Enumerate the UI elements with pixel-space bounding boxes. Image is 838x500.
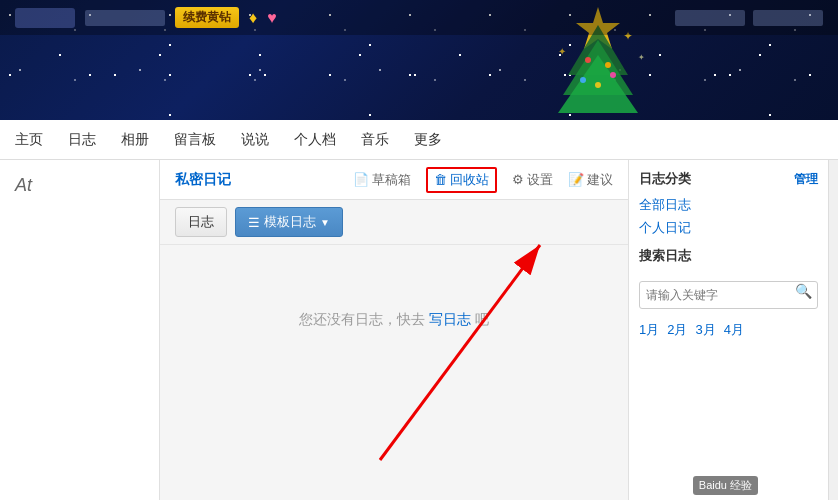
- nav-music[interactable]: 音乐: [361, 131, 389, 149]
- month-2[interactable]: 2月: [667, 321, 687, 339]
- center-content: 私密日记 📄 草稿箱 🗑 回收站 ⚙ 设置 📝 建议: [160, 160, 628, 500]
- recycle-icon: 🗑: [434, 172, 447, 187]
- username-display: [85, 10, 165, 26]
- nav-more[interactable]: 更多: [414, 131, 442, 149]
- search-diary-header: 搜索日志: [639, 247, 818, 265]
- empty-state: 您还没有日志，快去 写日志 吧: [160, 245, 628, 395]
- svg-text:✦: ✦: [558, 46, 566, 57]
- scrollbar[interactable]: [828, 160, 838, 500]
- svg-point-5: [605, 62, 611, 68]
- renew-button[interactable]: 续费黄钻: [175, 7, 239, 28]
- banner-right-box-2: [753, 10, 823, 26]
- recycle-bin-button[interactable]: 🗑 回收站: [426, 167, 497, 193]
- month-3[interactable]: 3月: [695, 321, 715, 339]
- month-4[interactable]: 4月: [724, 321, 744, 339]
- month-1[interactable]: 1月: [639, 321, 659, 339]
- header-actions: 📄 草稿箱 🗑 回收站 ⚙ 设置 📝 建议: [353, 167, 613, 193]
- section-title: 私密日记: [175, 171, 231, 189]
- nav-bar: 主页 日志 相册 留言板 说说 个人档 音乐 更多: [0, 120, 838, 160]
- nav-shuoshuo[interactable]: 说说: [241, 131, 269, 149]
- write-diary-link[interactable]: 写日志: [429, 311, 471, 327]
- search-wrapper: 🔍: [639, 273, 818, 309]
- right-sidebar: 日志分类 管理 全部日志 个人日记 搜索日志 🔍 1月 2月 3月 4月: [628, 160, 828, 500]
- suggestion-link[interactable]: 📝 建议: [568, 171, 613, 189]
- settings-link[interactable]: ⚙ 设置: [512, 171, 553, 189]
- all-diary-link[interactable]: 全部日志: [639, 196, 818, 214]
- banner: ✦ ✦ ✦ 续费黄钻 ♦ ♥: [0, 0, 838, 120]
- template-diary-button[interactable]: ☰ 模板日志 ▼: [235, 207, 343, 237]
- write-diary-button[interactable]: 日志: [175, 207, 227, 237]
- personal-diary-link[interactable]: 个人日记: [639, 219, 818, 237]
- banner-right-box-1: [675, 10, 745, 26]
- banner-top-bar: 续费黄钻 ♦ ♥: [0, 0, 838, 35]
- user-avatar: [15, 8, 75, 28]
- toolbar-row: 日志 ☰ 模板日志 ▼: [160, 200, 628, 245]
- search-input[interactable]: [639, 281, 818, 309]
- settings-icon: ⚙: [512, 172, 524, 187]
- svg-point-7: [610, 72, 616, 78]
- section-header: 私密日记 📄 草稿箱 🗑 回收站 ⚙ 设置 📝 建议: [160, 160, 628, 200]
- nav-album[interactable]: 相册: [121, 131, 149, 149]
- manage-link[interactable]: 管理: [794, 171, 818, 188]
- at-text: At: [0, 160, 159, 211]
- svg-point-8: [595, 82, 601, 88]
- dropdown-arrow-icon: ▼: [320, 217, 330, 228]
- nav-guestbook[interactable]: 留言板: [174, 131, 216, 149]
- main-content: At 私密日记 📄 草稿箱 🗑 回收站 ⚙ 设置 📝: [0, 160, 838, 500]
- svg-text:✦: ✦: [638, 53, 645, 62]
- diary-category-header: 日志分类 管理: [639, 170, 818, 188]
- svg-point-6: [580, 77, 586, 83]
- draft-box-link[interactable]: 📄 草稿箱: [353, 171, 411, 189]
- template-list-icon: ☰: [248, 215, 260, 230]
- month-navigation: 1月 2月 3月 4月: [639, 321, 818, 339]
- gem-icon: ♥: [267, 9, 277, 27]
- suggestion-icon: 📝: [568, 172, 584, 187]
- nav-profile[interactable]: 个人档: [294, 131, 336, 149]
- draft-icon: 📄: [353, 172, 369, 187]
- diamond-icon: ♦: [249, 9, 257, 27]
- svg-point-4: [585, 57, 591, 63]
- watermark: Baidu 经验: [693, 476, 758, 495]
- nav-home[interactable]: 主页: [15, 131, 43, 149]
- search-icon[interactable]: 🔍: [795, 283, 812, 299]
- nav-diary[interactable]: 日志: [68, 131, 96, 149]
- left-sidebar: At: [0, 160, 160, 500]
- banner-right-area: [675, 10, 823, 26]
- empty-state-text: 您还没有日志，快去 写日志 吧: [299, 311, 489, 329]
